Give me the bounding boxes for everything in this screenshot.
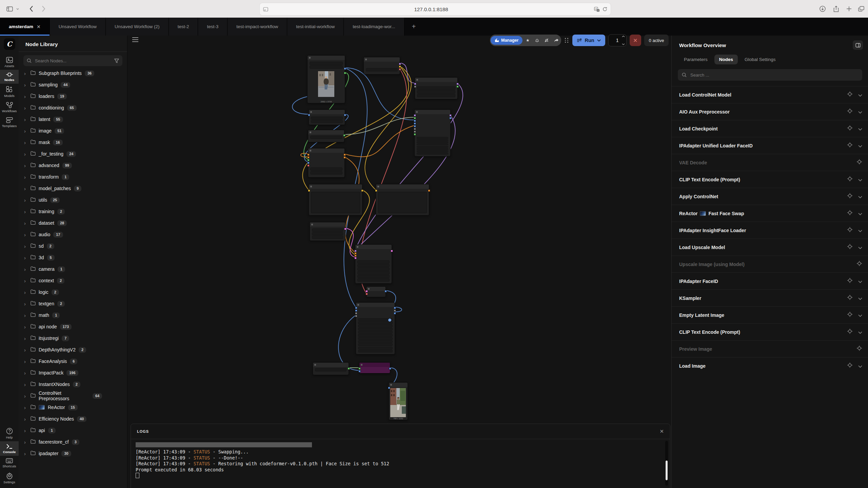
graph-node[interactable] (308, 130, 344, 142)
tab-close-icon[interactable]: ✕ (37, 24, 41, 29)
overview-node-row[interactable]: ReActorFast Face Swap (672, 205, 868, 222)
node-widget[interactable] (357, 271, 390, 274)
chevron-right-icon[interactable]: › (24, 393, 27, 399)
node-widget[interactable] (417, 144, 448, 146)
node-widget[interactable] (357, 278, 390, 282)
overview-node-row[interactable]: IPAdapter FaceID (672, 272, 868, 289)
input-port-green[interactable] (414, 117, 416, 119)
node-widget[interactable] (312, 236, 343, 239)
sidebar-item-assets[interactable]: Assets (0, 55, 19, 70)
node-header[interactable] (359, 363, 390, 367)
chevron-down-icon[interactable] (858, 295, 862, 301)
library-folder[interactable]: ›advanced99 (19, 160, 127, 171)
chevron-right-icon[interactable]: › (24, 359, 27, 364)
sidebar-item-console[interactable]: Console (0, 441, 19, 456)
library-folder[interactable]: ›dataset28 (19, 217, 127, 229)
chevron-down-icon[interactable] (858, 312, 862, 318)
chevron-down-icon[interactable] (858, 363, 862, 369)
tab-nodes[interactable]: Nodes (714, 55, 738, 64)
chevron-right-icon[interactable]: › (24, 197, 27, 203)
overview-node-row[interactable]: CLIP Text Encode (Prompt) (672, 171, 868, 188)
output-port-orange[interactable] (343, 156, 346, 159)
node-widget[interactable] (358, 350, 393, 352)
output-port-blue[interactable] (394, 307, 396, 309)
library-folder[interactable]: ›loaders19 (19, 90, 127, 102)
input-port-gray[interactable] (414, 128, 416, 130)
node-widget[interactable] (358, 331, 393, 333)
graph-node[interactable] (366, 286, 386, 297)
node-widget[interactable] (315, 368, 347, 371)
library-folder[interactable]: ›transform1 (19, 171, 127, 183)
input-port-blue[interactable] (388, 387, 390, 389)
step-up-icon[interactable] (622, 36, 625, 37)
node-widget[interactable] (417, 152, 448, 155)
output-port-pink[interactable] (344, 228, 347, 230)
input-port-purple[interactable] (414, 114, 416, 117)
node-widget[interactable] (357, 275, 390, 278)
chevron-right-icon[interactable]: › (24, 140, 27, 145)
sidebar-chevron-icon[interactable] (15, 3, 20, 14)
workflow-tab[interactable]: test-loadimage-wor... (344, 18, 404, 36)
input-port-purple[interactable] (354, 250, 357, 252)
node-widget[interactable] (417, 150, 448, 152)
input-port-purple[interactable] (414, 83, 416, 85)
notify-bell-icon[interactable] (533, 36, 541, 45)
output-port-blue[interactable] (394, 312, 396, 314)
reload-icon[interactable] (603, 7, 607, 12)
overview-node-row[interactable]: Load Image (672, 357, 868, 374)
output-port-red[interactable] (399, 68, 401, 70)
locate-node-icon[interactable] (856, 345, 862, 352)
overview-node-row[interactable]: Preview Image (672, 340, 868, 357)
chevron-right-icon[interactable]: › (24, 336, 27, 341)
library-folder[interactable]: ›textgen2 (19, 298, 127, 309)
back-button[interactable] (26, 3, 37, 14)
input-port-gray[interactable] (355, 312, 357, 314)
locate-node-icon[interactable] (847, 278, 853, 285)
input-port-blue[interactable] (355, 307, 357, 309)
library-folder[interactable]: ›ReActor15 (19, 402, 127, 413)
node-header[interactable] (309, 110, 345, 114)
graph-node[interactable] (356, 302, 395, 354)
locate-node-icon[interactable] (847, 193, 853, 200)
library-folder[interactable]: ›facerestore_cf3 (19, 436, 127, 448)
input-port-orange[interactable] (354, 252, 357, 255)
chevron-down-icon[interactable] (858, 278, 862, 284)
node-header[interactable] (415, 78, 457, 82)
url-text[interactable]: 127.0.0.1:8188 (268, 6, 594, 12)
node-widget[interactable] (310, 167, 342, 171)
sidebar-item-shortcuts[interactable]: Shortcuts (0, 456, 19, 470)
output-port-blue[interactable] (344, 67, 346, 70)
node-widget[interactable] (358, 334, 393, 337)
chevron-right-icon[interactable]: › (24, 255, 27, 261)
logs-scrollbar[interactable] (665, 441, 668, 486)
canvas-menu-icon[interactable] (132, 37, 139, 44)
node-widget[interactable] (358, 340, 393, 343)
graph-node[interactable] (309, 184, 362, 216)
library-folder[interactable]: ›camera1 (19, 263, 127, 275)
graph-node[interactable] (313, 362, 349, 375)
workflow-tab[interactable]: test-initial-workflow (287, 18, 344, 36)
library-folder[interactable]: ›image51 (19, 125, 127, 137)
chevron-right-icon[interactable]: › (24, 416, 27, 422)
graph-node[interactable]: 768 x 1152 (389, 382, 408, 420)
overview-node-row[interactable]: KSampler (672, 289, 868, 306)
graph-node[interactable] (355, 244, 392, 284)
input-port-blue[interactable] (308, 114, 310, 116)
locate-node-icon[interactable] (847, 210, 853, 217)
library-folder[interactable]: ›model_patches9 (19, 183, 127, 194)
node-widget[interactable] (358, 318, 393, 321)
input-port-yellow[interactable] (375, 189, 377, 192)
workflow-tab[interactable]: test-3 (198, 18, 228, 36)
library-folder[interactable]: ›logic2 (19, 286, 127, 298)
input-port-blue[interactable] (307, 162, 310, 164)
library-folder[interactable]: ›audio17 (19, 229, 127, 240)
node-widget[interactable] (417, 146, 448, 148)
node-widget[interactable] (358, 343, 393, 346)
node-header[interactable] (376, 184, 429, 189)
input-port-blue[interactable] (414, 125, 416, 127)
node-widget[interactable] (310, 136, 342, 139)
locate-node-icon[interactable] (847, 176, 853, 183)
node-library-search-input[interactable] (34, 58, 112, 64)
logs-scrollbar-thumb[interactable] (666, 461, 668, 480)
library-folder[interactable]: ›training2 (19, 206, 127, 217)
